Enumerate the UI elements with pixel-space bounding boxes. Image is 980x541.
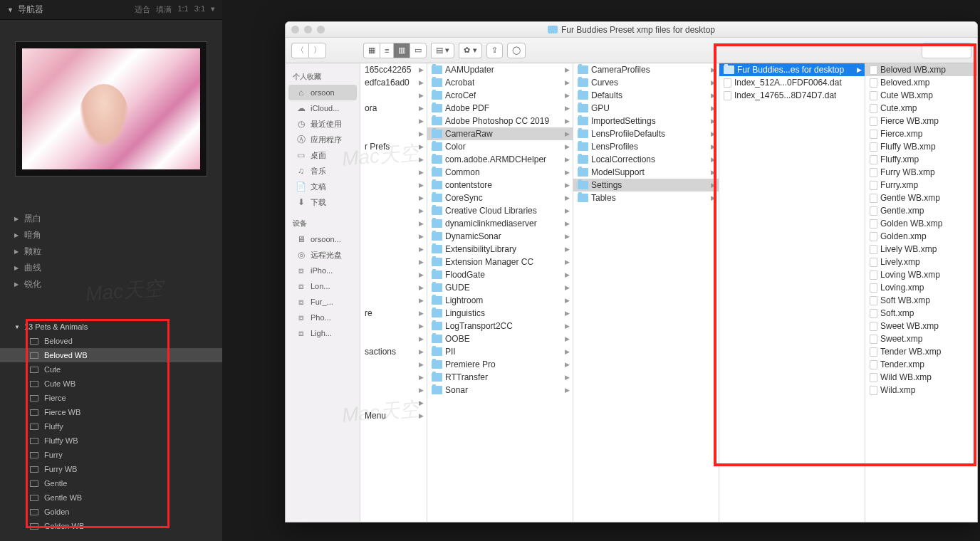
file-row[interactable]: Fur Buddies...es for desktop▶	[719, 63, 865, 76]
file-row[interactable]: Gentle.xmp	[865, 204, 977, 217]
file-row[interactable]: CameraRaw▶	[427, 127, 573, 140]
file-row[interactable]: Wild WB.xmp	[865, 371, 977, 384]
file-row[interactable]: re▶	[360, 307, 427, 320]
file-row[interactable]: RTTransfer▶	[427, 371, 573, 384]
sidebar-item[interactable]: ⧈iPho...	[286, 263, 360, 278]
file-row[interactable]: ▶	[360, 153, 427, 166]
file-row[interactable]: ▶	[360, 268, 427, 281]
column-3[interactable]: CameraProfiles▶Curves▶Defaults▶GPU▶Impor…	[573, 63, 719, 522]
file-row[interactable]: ▶	[360, 127, 427, 140]
file-row[interactable]: Linguistics▶	[427, 307, 573, 320]
file-row[interactable]: Fierce WB.xmp	[865, 115, 977, 127]
column-2[interactable]: AAMUpdater▶Acrobat▶AcroCef▶Adobe PDF▶Ado…	[427, 63, 573, 522]
file-row[interactable]: ▶	[360, 217, 427, 230]
file-row[interactable]: GUDE▶	[427, 281, 573, 294]
file-row[interactable]: 165cc42265▶	[360, 63, 427, 76]
sidebar-item[interactable]: ⧈Fur_...	[286, 294, 360, 310]
file-row[interactable]: Beloved.xmp	[865, 76, 977, 89]
file-row[interactable]: edfca16ad0▶	[360, 76, 427, 89]
file-row[interactable]: Index_512A...0FDF0064.dat	[719, 76, 865, 89]
preset-item[interactable]: Furry	[0, 448, 222, 462]
file-row[interactable]: LensProfileDefaults▶	[573, 127, 719, 140]
file-row[interactable]: ▶	[360, 115, 427, 127]
preset-item[interactable]: Furry WB	[0, 462, 222, 476]
file-row[interactable]: ▶	[360, 396, 427, 409]
file-row[interactable]: ora▶	[360, 102, 427, 115]
sidebar-item[interactable]: ☁iCloud...	[286, 100, 360, 116]
file-row[interactable]: ▶	[360, 332, 427, 345]
preset-item[interactable]: Cute WB	[0, 377, 222, 391]
file-row[interactable]: ▶	[360, 179, 427, 191]
file-row[interactable]: Sonar▶	[427, 384, 573, 396]
navigator-header[interactable]: ▼ 导航器 适合 填满 1:1 3:1 ▾	[0, 0, 222, 20]
panel-section[interactable]: ▶颗粒	[14, 243, 208, 260]
gallery-view-button[interactable]: ▭	[410, 43, 427, 58]
file-row[interactable]: Premiere Pro▶	[427, 358, 573, 371]
file-row[interactable]: FloodGate▶	[427, 268, 573, 281]
preset-item[interactable]: Golden	[0, 505, 222, 519]
file-row[interactable]: ▶	[360, 294, 427, 307]
file-row[interactable]: Defaults▶	[573, 89, 719, 102]
navigator-preview[interactable]	[15, 41, 207, 177]
file-row[interactable]: Soft WB.xmp	[865, 294, 977, 307]
file-row[interactable]: Index_14765...8D74D7.dat	[719, 89, 865, 102]
file-row[interactable]: contentstore▶	[427, 179, 573, 191]
file-row[interactable]: r Prefs▶	[360, 140, 427, 153]
sidebar-item[interactable]: ▭桌面	[286, 147, 360, 163]
file-row[interactable]: GPU▶	[573, 102, 719, 115]
file-row[interactable]: dynamiclinkmediaserver▶	[427, 217, 573, 230]
file-row[interactable]: Cute WB.xmp	[865, 89, 977, 102]
list-view-button[interactable]: ≡	[380, 43, 393, 58]
sidebar-item[interactable]: ⧈Ligh...	[286, 325, 360, 341]
file-row[interactable]: AAMUpdater▶	[427, 63, 573, 76]
file-row[interactable]: Loving WB.xmp	[865, 268, 977, 281]
file-row[interactable]: Beloved WB.xmp	[865, 63, 977, 76]
file-row[interactable]: CameraProfiles▶	[573, 63, 719, 76]
sidebar-item[interactable]: ◷最近使用	[286, 116, 360, 132]
file-row[interactable]: OOBE▶	[427, 332, 573, 345]
panel-section[interactable]: ▶曲线	[14, 260, 208, 276]
file-row[interactable]: Sweet WB.xmp	[865, 320, 977, 332]
share-button[interactable]: ⇪	[486, 43, 503, 58]
file-row[interactable]: Tables▶	[573, 191, 719, 204]
file-row[interactable]: Color▶	[427, 140, 573, 153]
preset-item[interactable]: Fluffy WB	[0, 434, 222, 448]
file-row[interactable]: Common▶	[427, 166, 573, 179]
file-row[interactable]: Wild.xmp	[865, 384, 977, 396]
file-row[interactable]: Fluffy WB.xmp	[865, 140, 977, 153]
file-row[interactable]: Gentle WB.xmp	[865, 191, 977, 204]
sidebar-item[interactable]: 📄文稿	[286, 179, 360, 194]
zoom-button[interactable]	[317, 26, 325, 33]
zoom-1to1[interactable]: 1:1	[177, 4, 188, 15]
preset-item[interactable]: Fluffy	[0, 419, 222, 434]
file-row[interactable]: ExtensibilityLibrary▶	[427, 243, 573, 256]
file-row[interactable]: Sweet.xmp	[865, 332, 977, 345]
file-row[interactable]: LocalCorrections▶	[573, 153, 719, 166]
preset-item[interactable]: Beloved WB	[0, 348, 222, 362]
file-row[interactable]: Golden WB.xmp	[865, 217, 977, 230]
file-row[interactable]: Lively WB.xmp	[865, 243, 977, 256]
file-row[interactable]: Soft.xmp	[865, 307, 977, 320]
file-row[interactable]: Creative Cloud Libraries▶	[427, 204, 573, 217]
arrange-button[interactable]: ▤ ▾	[431, 43, 454, 58]
sidebar-item[interactable]: ⧈Lon...	[286, 278, 360, 294]
search-field[interactable]	[922, 43, 971, 58]
file-row[interactable]: LensProfiles▶	[573, 140, 719, 153]
close-button[interactable]	[291, 26, 299, 33]
preset-item[interactable]: Golden WB	[0, 519, 222, 533]
column-4[interactable]: Fur Buddies...es for desktop▶Index_512A.…	[719, 63, 865, 522]
file-row[interactable]: ▶	[360, 256, 427, 268]
sidebar-item[interactable]: ⌂orsoon	[288, 85, 357, 100]
minimize-button[interactable]	[304, 26, 312, 33]
file-row[interactable]: com.adobe.ARMDCHelper▶	[427, 153, 573, 166]
preset-item[interactable]: Beloved	[0, 334, 222, 348]
column-5[interactable]: Beloved WB.xmpBeloved.xmpCute WB.xmpCute…	[865, 63, 977, 522]
preset-group-header[interactable]: ▼ 13 Pets & Animals	[0, 320, 222, 334]
forward-button[interactable]: 〉	[308, 43, 326, 58]
file-row[interactable]: ▶	[360, 89, 427, 102]
sidebar-item[interactable]: ♫音乐	[286, 163, 360, 179]
file-row[interactable]: Extension Manager CC▶	[427, 256, 573, 268]
sidebar-item[interactable]: Ⓐ应用程序	[286, 132, 360, 147]
file-row[interactable]: Lively.xmp	[865, 256, 977, 268]
file-row[interactable]: ▶	[360, 166, 427, 179]
